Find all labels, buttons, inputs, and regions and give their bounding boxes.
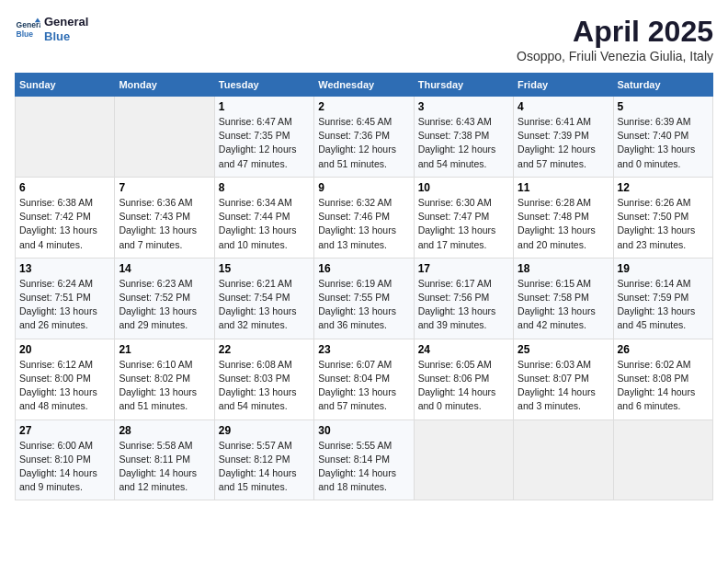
day-info: Sunrise: 6:21 AM Sunset: 7:54 PM Dayligh… xyxy=(219,277,310,333)
day-info: Sunrise: 6:32 AM Sunset: 7:46 PM Dayligh… xyxy=(318,196,409,252)
day-number: 15 xyxy=(219,262,310,275)
day-number: 4 xyxy=(518,100,609,113)
calendar-cell: 29Sunrise: 5:57 AM Sunset: 8:12 PM Dayli… xyxy=(214,419,313,500)
day-info: Sunrise: 6:17 AM Sunset: 7:56 PM Dayligh… xyxy=(418,277,509,333)
day-info: Sunrise: 6:05 AM Sunset: 8:06 PM Dayligh… xyxy=(418,358,509,414)
calendar-subtitle: Osoppo, Friuli Venezia Giulia, Italy xyxy=(517,49,713,63)
day-number: 17 xyxy=(418,262,509,275)
day-number: 30 xyxy=(318,424,409,437)
weekday-header: Saturday xyxy=(613,74,712,97)
day-info: Sunrise: 6:15 AM Sunset: 7:58 PM Dayligh… xyxy=(518,277,609,333)
day-number: 2 xyxy=(318,100,409,113)
day-number: 3 xyxy=(418,100,509,113)
calendar-cell: 9Sunrise: 6:32 AM Sunset: 7:46 PM Daylig… xyxy=(314,177,414,258)
calendar-cell: 16Sunrise: 6:19 AM Sunset: 7:55 PM Dayli… xyxy=(314,258,414,339)
day-info: Sunrise: 6:23 AM Sunset: 7:52 PM Dayligh… xyxy=(119,277,210,333)
calendar-cell: 14Sunrise: 6:23 AM Sunset: 7:52 PM Dayli… xyxy=(115,258,214,339)
calendar-cell xyxy=(514,419,613,500)
calendar-cell: 25Sunrise: 6:03 AM Sunset: 8:07 PM Dayli… xyxy=(514,339,613,419)
calendar-cell: 1Sunrise: 6:47 AM Sunset: 7:35 PM Daylig… xyxy=(214,97,313,178)
day-number: 11 xyxy=(518,181,609,194)
day-number: 21 xyxy=(119,343,210,356)
day-info: Sunrise: 6:24 AM Sunset: 7:51 PM Dayligh… xyxy=(19,277,110,333)
weekday-header: Thursday xyxy=(414,74,513,97)
day-number: 26 xyxy=(618,343,709,356)
day-number: 28 xyxy=(119,424,210,437)
day-number: 14 xyxy=(119,262,210,275)
calendar-cell: 24Sunrise: 6:05 AM Sunset: 8:06 PM Dayli… xyxy=(414,339,513,419)
calendar-week-row: 27Sunrise: 6:00 AM Sunset: 8:10 PM Dayli… xyxy=(16,419,713,500)
weekday-header: Friday xyxy=(514,74,613,97)
day-info: Sunrise: 6:38 AM Sunset: 7:42 PM Dayligh… xyxy=(19,196,110,252)
calendar-week-row: 6Sunrise: 6:38 AM Sunset: 7:42 PM Daylig… xyxy=(16,177,713,258)
title-area: April 2025 Osoppo, Friuli Venezia Giulia… xyxy=(517,15,713,63)
calendar-cell: 7Sunrise: 6:36 AM Sunset: 7:43 PM Daylig… xyxy=(115,177,214,258)
calendar-cell: 22Sunrise: 6:08 AM Sunset: 8:03 PM Dayli… xyxy=(214,339,313,419)
weekday-header: Wednesday xyxy=(314,74,414,97)
day-number: 25 xyxy=(518,343,609,356)
day-number: 7 xyxy=(119,181,210,194)
calendar-cell: 2Sunrise: 6:45 AM Sunset: 7:36 PM Daylig… xyxy=(314,97,414,178)
calendar-cell: 4Sunrise: 6:41 AM Sunset: 7:39 PM Daylig… xyxy=(514,97,613,178)
day-info: Sunrise: 6:07 AM Sunset: 8:04 PM Dayligh… xyxy=(318,358,409,414)
calendar-cell: 30Sunrise: 5:55 AM Sunset: 8:14 PM Dayli… xyxy=(314,419,414,500)
weekday-header: Tuesday xyxy=(214,74,313,97)
day-info: Sunrise: 5:57 AM Sunset: 8:12 PM Dayligh… xyxy=(219,439,310,495)
calendar-cell: 23Sunrise: 6:07 AM Sunset: 8:04 PM Dayli… xyxy=(314,339,414,419)
weekday-header: Sunday xyxy=(16,74,115,97)
day-info: Sunrise: 6:00 AM Sunset: 8:10 PM Dayligh… xyxy=(19,439,110,495)
day-info: Sunrise: 6:34 AM Sunset: 7:44 PM Dayligh… xyxy=(219,196,310,252)
day-info: Sunrise: 6:45 AM Sunset: 7:36 PM Dayligh… xyxy=(318,115,409,171)
day-info: Sunrise: 6:08 AM Sunset: 8:03 PM Dayligh… xyxy=(219,358,310,414)
day-info: Sunrise: 6:39 AM Sunset: 7:40 PM Dayligh… xyxy=(618,115,709,171)
calendar-cell xyxy=(414,419,513,500)
calendar-cell: 21Sunrise: 6:10 AM Sunset: 8:02 PM Dayli… xyxy=(115,339,214,419)
day-info: Sunrise: 5:58 AM Sunset: 8:11 PM Dayligh… xyxy=(119,439,210,495)
calendar-cell: 12Sunrise: 6:26 AM Sunset: 7:50 PM Dayli… xyxy=(613,177,712,258)
day-number: 18 xyxy=(518,262,609,275)
weekday-header-row: SundayMondayTuesdayWednesdayThursdayFrid… xyxy=(16,74,713,97)
day-info: Sunrise: 5:55 AM Sunset: 8:14 PM Dayligh… xyxy=(318,439,409,495)
day-number: 1 xyxy=(219,100,310,113)
day-number: 5 xyxy=(618,100,709,113)
calendar-week-row: 20Sunrise: 6:12 AM Sunset: 8:00 PM Dayli… xyxy=(16,339,713,419)
logo-text: General Blue xyxy=(44,15,88,43)
calendar-table: SundayMondayTuesdayWednesdayThursdayFrid… xyxy=(15,73,713,500)
logo: General Blue General Blue xyxy=(15,15,88,43)
day-info: Sunrise: 6:02 AM Sunset: 8:08 PM Dayligh… xyxy=(618,358,709,414)
calendar-cell: 27Sunrise: 6:00 AM Sunset: 8:10 PM Dayli… xyxy=(16,419,115,500)
day-number: 19 xyxy=(618,262,709,275)
calendar-cell: 13Sunrise: 6:24 AM Sunset: 7:51 PM Dayli… xyxy=(16,258,115,339)
day-info: Sunrise: 6:14 AM Sunset: 7:59 PM Dayligh… xyxy=(618,277,709,333)
calendar-cell: 18Sunrise: 6:15 AM Sunset: 7:58 PM Dayli… xyxy=(514,258,613,339)
calendar-cell: 17Sunrise: 6:17 AM Sunset: 7:56 PM Dayli… xyxy=(414,258,513,339)
calendar-week-row: 1Sunrise: 6:47 AM Sunset: 7:35 PM Daylig… xyxy=(16,97,713,178)
calendar-cell: 6Sunrise: 6:38 AM Sunset: 7:42 PM Daylig… xyxy=(16,177,115,258)
day-number: 24 xyxy=(418,343,509,356)
day-number: 20 xyxy=(19,343,110,356)
day-info: Sunrise: 6:26 AM Sunset: 7:50 PM Dayligh… xyxy=(618,196,709,252)
calendar-title: April 2025 xyxy=(517,15,713,49)
page-header: General Blue General Blue April 2025 Oso… xyxy=(15,15,713,63)
weekday-header: Monday xyxy=(115,74,214,97)
day-info: Sunrise: 6:36 AM Sunset: 7:43 PM Dayligh… xyxy=(119,196,210,252)
day-number: 23 xyxy=(318,343,409,356)
calendar-cell: 5Sunrise: 6:39 AM Sunset: 7:40 PM Daylig… xyxy=(613,97,712,178)
calendar-cell: 3Sunrise: 6:43 AM Sunset: 7:38 PM Daylig… xyxy=(414,97,513,178)
calendar-cell: 19Sunrise: 6:14 AM Sunset: 7:59 PM Dayli… xyxy=(613,258,712,339)
day-number: 16 xyxy=(318,262,409,275)
calendar-cell: 28Sunrise: 5:58 AM Sunset: 8:11 PM Dayli… xyxy=(115,419,214,500)
calendar-cell: 11Sunrise: 6:28 AM Sunset: 7:48 PM Dayli… xyxy=(514,177,613,258)
calendar-cell xyxy=(613,419,712,500)
day-number: 6 xyxy=(19,181,110,194)
day-info: Sunrise: 6:10 AM Sunset: 8:02 PM Dayligh… xyxy=(119,358,210,414)
day-info: Sunrise: 6:30 AM Sunset: 7:47 PM Dayligh… xyxy=(418,196,509,252)
day-number: 22 xyxy=(219,343,310,356)
calendar-cell: 20Sunrise: 6:12 AM Sunset: 8:00 PM Dayli… xyxy=(16,339,115,419)
calendar-cell xyxy=(115,97,214,178)
day-number: 27 xyxy=(19,424,110,437)
day-number: 8 xyxy=(219,181,310,194)
day-number: 9 xyxy=(318,181,409,194)
calendar-cell: 26Sunrise: 6:02 AM Sunset: 8:08 PM Dayli… xyxy=(613,339,712,419)
day-number: 10 xyxy=(418,181,509,194)
